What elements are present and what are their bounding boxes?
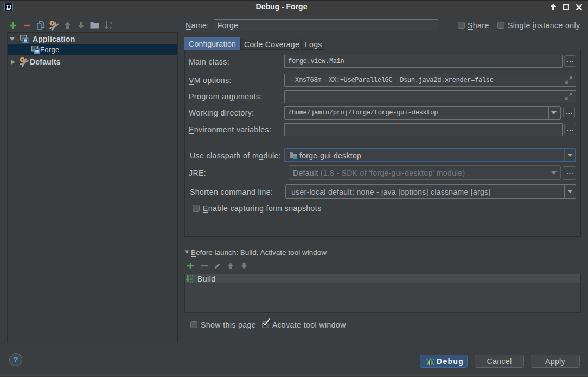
svg-text:a: a [110, 21, 112, 25]
svg-text:z: z [110, 25, 112, 30]
svg-text:01: 01 [190, 280, 194, 283]
